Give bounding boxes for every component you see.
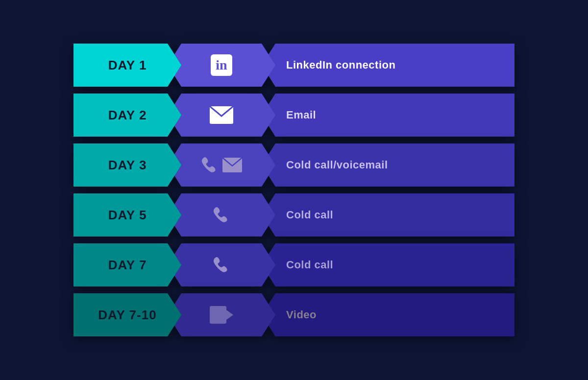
sequence-row-row-4: DAY 5 Cold call xyxy=(74,193,514,237)
sequence-row-row-2: DAY 2 Email xyxy=(74,94,514,137)
action-label: Cold call xyxy=(286,259,333,271)
day-label: DAY 3 xyxy=(108,158,147,173)
text-cell: Video xyxy=(262,293,514,336)
sequence-row-row-3: DAY 3 Cold call/voicemail xyxy=(74,143,514,187)
icon-cell xyxy=(168,94,275,137)
phone-icon xyxy=(213,206,230,224)
text-cell: LinkedIn connection xyxy=(262,44,514,87)
action-label: Cold call/voicemail xyxy=(286,159,388,171)
sequence-container: DAY 1 in LinkedIn connection DAY 2 Email xyxy=(74,44,514,336)
text-cell: Email xyxy=(262,94,514,137)
action-label: Cold call xyxy=(286,209,333,221)
action-label: Email xyxy=(286,109,316,121)
day-cell: DAY 7-10 xyxy=(74,293,181,336)
sequence-row-row-5: DAY 7 Cold call xyxy=(74,243,514,286)
action-label: Video xyxy=(286,309,317,321)
svg-marker-3 xyxy=(226,310,233,320)
day-cell: DAY 3 xyxy=(74,143,181,187)
action-label: LinkedIn connection xyxy=(286,59,395,71)
day-cell: DAY 2 xyxy=(74,94,181,137)
day-label: DAY 7-10 xyxy=(98,308,156,323)
icon-cell xyxy=(168,243,275,286)
day-label: DAY 1 xyxy=(108,58,147,73)
icon-cell xyxy=(168,293,275,336)
linkedin-icon: in xyxy=(211,54,232,76)
sequence-row-row-1: DAY 1 in LinkedIn connection xyxy=(74,44,514,87)
day-label: DAY 2 xyxy=(108,108,147,123)
sequence-row-row-6: DAY 7-10 Video xyxy=(74,293,514,336)
video-icon xyxy=(210,306,233,324)
day-cell: DAY 5 xyxy=(74,193,181,237)
day-label: DAY 7 xyxy=(108,258,147,273)
day-cell: DAY 1 xyxy=(74,44,181,87)
icon-cell: in xyxy=(168,44,275,87)
day-label: DAY 5 xyxy=(108,208,147,223)
text-cell: Cold call xyxy=(262,193,514,237)
text-cell: Cold call/voicemail xyxy=(262,143,514,187)
svg-rect-2 xyxy=(210,306,226,324)
day-cell: DAY 7 xyxy=(74,243,181,286)
icon-cell xyxy=(168,143,275,187)
icon-cell xyxy=(168,193,275,237)
phone-email-icon xyxy=(201,156,242,174)
phone-icon xyxy=(213,256,230,274)
email-icon xyxy=(210,106,233,124)
text-cell: Cold call xyxy=(262,243,514,286)
